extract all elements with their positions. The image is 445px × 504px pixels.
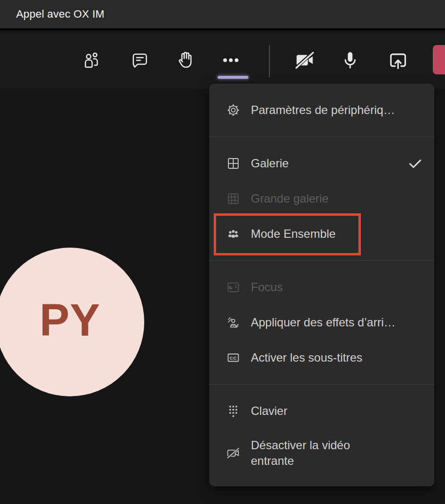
more-icon [220,49,242,71]
menu-item-gallery[interactable]: Galerie [209,146,434,181]
share-screen-button[interactable] [386,48,410,72]
people-icon [82,50,101,70]
hang-up-button[interactable] [433,45,445,74]
dialpad-icon [225,403,241,419]
mic-icon [340,50,360,70]
camera-toggle-button[interactable] [293,48,316,72]
svg-text:CC: CC [230,356,237,361]
call-toolbar [0,32,445,89]
menu-item-label: Mode Ensemble [251,227,335,241]
menu-section-settings: Paramètres de périphériq… [209,84,434,137]
menu-item-incoming-video-off[interactable]: Désactiver la vidéo entrante [209,429,434,478]
large-gallery-grid-icon [225,191,241,206]
menu-item-device-settings[interactable]: Paramètres de périphériq… [209,92,434,128]
microphone-button[interactable] [338,48,362,72]
participant-avatar: PY [0,248,144,396]
menu-item-focus[interactable]: Focus [209,270,434,305]
menu-item-label: Grande galerie [251,192,329,206]
menu-item-large-gallery[interactable]: Grande galerie [209,181,434,216]
background-effects-icon [225,315,241,330]
focus-icon [225,279,241,295]
more-options-menu: Paramètres de périphériq… Galerie [209,84,434,486]
active-tool-indicator [218,76,248,79]
menu-section-layout: Galerie Grande galerie [209,137,434,260]
menu-section-effects: Focus Appliquer des effets d’arri… [209,261,434,384]
teams-call-window: Appel avec OX IM [0,0,445,504]
menu-section-misc: Clavier Désactiver la vidéo entrante [209,385,434,486]
hand-icon [176,50,196,70]
share-screen-icon [387,49,409,71]
gallery-grid-icon [225,156,241,171]
chat-icon [130,50,150,70]
title-bar: Appel avec OX IM [0,0,445,30]
menu-item-label: Activer les sous-titres [251,351,362,365]
avatar-initials: PY [40,295,101,346]
chat-button[interactable] [128,48,152,72]
menu-item-captions[interactable]: CC Activer les sous-titres [209,340,434,375]
check-icon [407,155,423,172]
incoming-video-off-icon [225,445,241,461]
menu-item-label: Paramètres de périphériq… [251,103,395,117]
together-mode-icon [225,226,241,242]
menu-item-dialpad[interactable]: Clavier [209,393,434,429]
raise-hand-button[interactable] [174,48,198,72]
call-title: Appel avec OX IM [16,8,105,21]
gear-icon [225,102,241,118]
menu-item-label: Galerie [251,157,289,170]
menu-item-label: Appliquer des effets d’arri… [251,316,396,329]
menu-item-background-effects[interactable]: Appliquer des effets d’arri… [209,305,434,340]
menu-item-together-mode[interactable]: Mode Ensemble [209,216,434,252]
captions-icon: CC [225,350,241,366]
menu-item-label: Clavier [251,404,288,418]
menu-item-label: Focus [251,280,283,294]
more-options-button[interactable] [219,48,243,72]
camera-off-icon [294,49,315,71]
participants-button[interactable] [80,48,103,72]
menu-item-label: Désactiver la vidéo entrante [251,437,373,469]
toolbar-divider [269,45,270,77]
